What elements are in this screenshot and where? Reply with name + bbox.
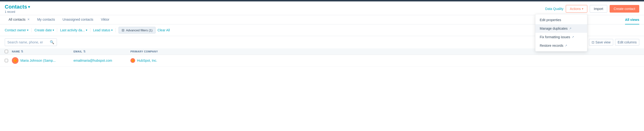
tab-viktor-label: Viktor bbox=[101, 18, 110, 21]
clear-all-button[interactable]: Clear All bbox=[158, 28, 170, 32]
edit-properties-label: Edit properties bbox=[540, 18, 561, 22]
create-date-label: Create date bbox=[34, 28, 52, 32]
page-title[interactable]: Contacts bbox=[5, 4, 27, 10]
tab-all-contacts-label: All contacts bbox=[8, 18, 26, 21]
tab-all-contacts[interactable]: All contacts × bbox=[5, 15, 34, 24]
actions-chevron-icon: ▾ bbox=[582, 7, 583, 10]
contact-owner-chevron-icon: ▾ bbox=[27, 28, 28, 32]
manage-duplicates-external-icon: ↗ bbox=[569, 27, 572, 30]
tabs-right: All views bbox=[625, 18, 639, 22]
search-box[interactable]: 🔍 bbox=[5, 38, 57, 46]
data-quality-link[interactable]: Data Quality bbox=[545, 7, 564, 11]
contact-owner-filter[interactable]: Contact owner ▾ bbox=[5, 27, 28, 33]
tab-my-contacts[interactable]: My contacts bbox=[34, 15, 59, 24]
select-all-checkbox[interactable] bbox=[5, 50, 8, 53]
filter-icon: ⊟ bbox=[122, 28, 124, 32]
fix-formatting-external-icon: ↗ bbox=[572, 35, 574, 39]
save-view-icon: ⊡ bbox=[592, 40, 594, 44]
import-button[interactable]: Import bbox=[590, 5, 607, 12]
actions-label: Actions bbox=[570, 7, 581, 11]
filter-divider-3 bbox=[90, 28, 90, 32]
dropdown-item-restore-records[interactable]: Restore records ↗ bbox=[536, 41, 587, 50]
last-activity-label: Last activity da... bbox=[60, 28, 85, 32]
filter-divider-2 bbox=[57, 28, 57, 32]
tab-unassigned-label: Unassigned contacts bbox=[62, 18, 94, 21]
header-title: Contacts ▾ bbox=[5, 4, 30, 10]
actions-button[interactable]: Actions ▾ bbox=[566, 5, 587, 12]
header-right: Data Quality Actions ▾ Edit properties M… bbox=[545, 5, 639, 12]
save-view-button[interactable]: ⊡ Save view bbox=[589, 39, 613, 46]
td-checkbox bbox=[5, 59, 12, 62]
dropdown-item-edit-properties[interactable]: Edit properties bbox=[536, 16, 587, 24]
restore-records-label: Restore records bbox=[540, 44, 564, 48]
td-email: emailmaria@hubspot.com bbox=[74, 58, 130, 62]
advanced-filters-label: Advanced filters (1) bbox=[126, 28, 152, 32]
row-checkbox[interactable] bbox=[5, 59, 8, 62]
fix-formatting-label: Fix formatting issues bbox=[540, 35, 570, 39]
search-icon: 🔍 bbox=[50, 40, 54, 44]
th-email[interactable]: EMAIL ⇅ bbox=[74, 50, 130, 53]
lead-status-chevron-icon: ▾ bbox=[111, 28, 113, 32]
avatar: 🔶 bbox=[12, 57, 18, 64]
actions-dropdown: Edit properties Manage duplicates ↗ Fix … bbox=[535, 14, 587, 52]
tab-close-icon[interactable]: × bbox=[28, 18, 30, 21]
contact-name[interactable]: Maria Johnson (Samp... bbox=[20, 58, 56, 62]
create-contact-button[interactable]: Create contact bbox=[610, 5, 639, 12]
company-name[interactable]: HubSpot, Inc. bbox=[137, 58, 157, 62]
restore-records-external-icon: ↗ bbox=[565, 44, 567, 47]
lead-status-label: Lead status bbox=[93, 28, 110, 32]
dropdown-item-manage-duplicates[interactable]: Manage duplicates ↗ bbox=[536, 24, 587, 33]
last-activity-filter[interactable]: Last activity da... ▾ bbox=[60, 27, 87, 33]
company-icon: 🔶 bbox=[130, 58, 135, 63]
dropdown-item-fix-formatting[interactable]: Fix formatting issues ↗ bbox=[536, 33, 587, 41]
tab-unassigned-contacts[interactable]: Unassigned contacts bbox=[59, 15, 97, 24]
dropdown-container: Actions ▾ Edit properties Manage duplica… bbox=[566, 5, 587, 12]
last-activity-chevron-icon: ▾ bbox=[86, 28, 87, 32]
filter-divider-4 bbox=[116, 28, 116, 32]
th-email-sort-icon: ⇅ bbox=[83, 50, 86, 53]
create-date-chevron-icon: ▾ bbox=[53, 28, 54, 32]
record-count: 1 record bbox=[5, 10, 30, 14]
right-actions: ⊡ Save view Edit columns bbox=[589, 39, 639, 46]
table-row: 🔶 Maria Johnson (Samp... emailmaria@hubs… bbox=[0, 55, 644, 66]
filter-divider-1 bbox=[31, 28, 32, 32]
tab-my-contacts-label: My contacts bbox=[37, 18, 55, 21]
header: Contacts ▾ 1 record Data Quality Actions… bbox=[0, 2, 644, 15]
advanced-filters-button[interactable]: ⊟ Advanced filters (1) bbox=[118, 27, 156, 34]
manage-duplicates-label: Manage duplicates bbox=[540, 26, 568, 30]
th-name-label: NAME bbox=[12, 50, 20, 53]
td-company: 🔶 HubSpot, Inc. bbox=[130, 58, 639, 63]
save-view-label: Save view bbox=[596, 40, 610, 44]
search-input[interactable] bbox=[7, 40, 48, 44]
th-name[interactable]: NAME ⇅ bbox=[12, 50, 74, 53]
edit-columns-button[interactable]: Edit columns bbox=[615, 39, 639, 46]
th-company-label: PRIMARY COMPANY bbox=[130, 50, 158, 53]
create-date-filter[interactable]: Create date ▾ bbox=[34, 27, 54, 33]
contact-email[interactable]: emailmaria@hubspot.com bbox=[74, 58, 112, 62]
th-email-label: EMAIL bbox=[74, 50, 82, 53]
lead-status-filter[interactable]: Lead status ▾ bbox=[93, 27, 113, 33]
th-name-sort-icon: ⇅ bbox=[21, 50, 24, 53]
header-left: Contacts ▾ 1 record bbox=[5, 4, 30, 14]
tab-viktor[interactable]: Viktor bbox=[97, 15, 113, 24]
contact-owner-label: Contact owner bbox=[5, 28, 26, 32]
td-name: 🔶 Maria Johnson (Samp... bbox=[12, 57, 74, 64]
title-chevron-icon[interactable]: ▾ bbox=[28, 4, 30, 10]
th-checkbox bbox=[5, 50, 12, 53]
all-views-button[interactable]: All views bbox=[625, 16, 639, 24]
